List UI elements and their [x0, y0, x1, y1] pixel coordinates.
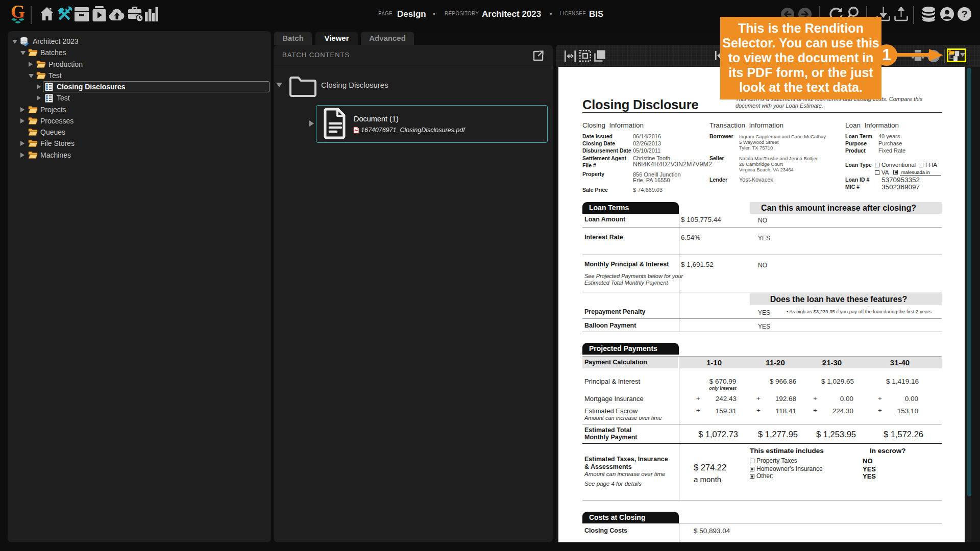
svg-text:?: ? — [962, 9, 968, 19]
